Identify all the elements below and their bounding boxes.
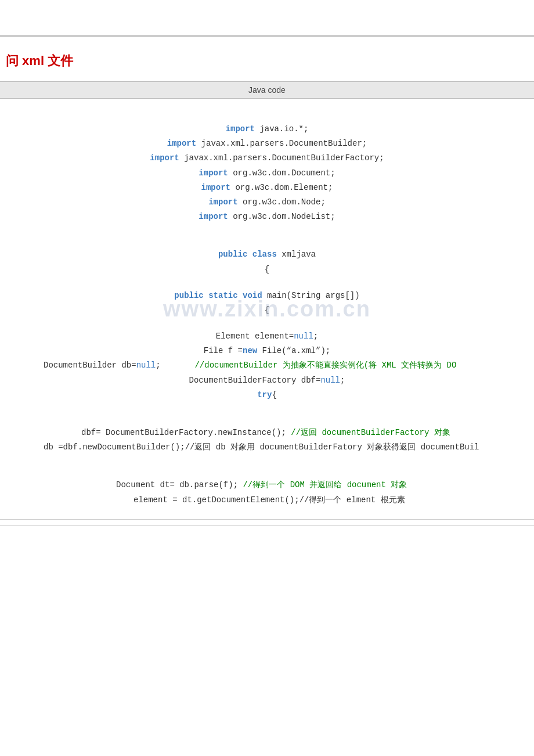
bottom-border	[0, 525, 534, 526]
top-border	[0, 35, 534, 37]
code-line: Document dt= db.parse(f); //得到一个 DOM 并返回…	[0, 478, 534, 492]
code-line: DocumentBuilder db=null; //documentBuild…	[0, 358, 534, 373]
section-title: 问 xml 文件	[0, 41, 534, 75]
code-area: www.zixin.com.cn import java.io.*;import…	[0, 99, 534, 520]
code-line: import org.w3c.dom.NodeList;	[0, 210, 534, 224]
code-line: dbf= DocumentBuilderFactory.newInstance(…	[0, 426, 534, 440]
code-line: import java.io.*;	[0, 122, 534, 136]
code-header: Java code	[0, 81, 534, 99]
code-line: {	[0, 303, 534, 318]
code-line: import org.w3c.dom.Document;	[0, 166, 534, 181]
code-line: import javax.xml.parsers.DocumentBuilder…	[0, 136, 534, 151]
code-line: import org.w3c.dom.Element;	[0, 181, 534, 195]
code-line: element = dt.getDocumentElement();//得到一个…	[0, 493, 534, 507]
code-line: Element element=null;	[0, 329, 534, 344]
code-line: {	[0, 262, 534, 277]
code-line: public static void main(String args[])	[0, 289, 534, 303]
code-line: DocumentBuilderFactory dbf=null;	[0, 373, 534, 388]
code-line: import javax.xml.parsers.DocumentBuilder…	[0, 151, 534, 165]
code-line: try{	[0, 388, 534, 402]
code-line: db =dbf.newDocumentBuilder();//返回 db 对象用…	[0, 440, 534, 455]
code-line: File f =new File(“a.xml”);	[0, 344, 534, 358]
code-line: import org.w3c.dom.Node;	[0, 195, 534, 210]
code-line: public class xmljava	[0, 247, 534, 262]
